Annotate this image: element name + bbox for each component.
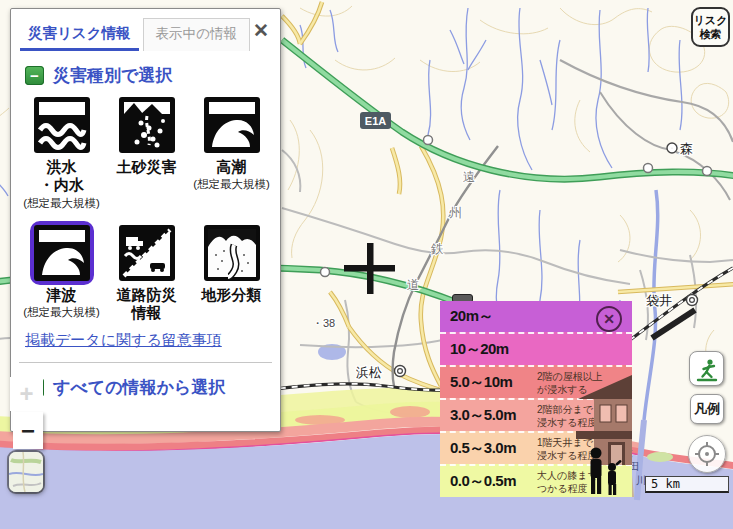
disaster-type-label: 土砂災害 [117,158,177,176]
railway-char: 鉄 [431,242,444,256]
disaster-type-label: 洪水 ・内水 [39,158,84,195]
disaster-type-note: (想定最大規模) [23,305,100,320]
zoom-in-button[interactable]: + [10,377,43,411]
minimap-thumbnail [9,452,43,492]
collapse-minus-icon[interactable]: − [25,66,44,85]
disaster-type-tsunami[interactable]: 津波 (想定最大規模) [19,221,104,324]
town-label-fukuroi: 袋井 [646,293,672,308]
storm-surge-icon [200,93,264,157]
city-label-hamamatsu: 浜松 [356,365,382,380]
runner-icon [693,355,721,383]
legend-desc: 大人の膝まで つかる程度 [537,469,598,495]
locate-icon [693,440,721,468]
disaster-type-label: 道路防災 情報 [117,286,177,323]
disaster-type-road-hazard[interactable]: 道路防災 情報 [104,221,189,324]
landslide-icon [115,93,179,157]
disaster-type-label: 津波 [47,286,77,304]
disaster-type-storm-surge[interactable]: 高潮 (想定最大規模) [189,93,274,211]
legend-range: 10～20m [450,340,537,359]
legend-row: 5.0～10m 2階の屋根以上 が浸水する [440,365,632,398]
legend-row: 10～20m [440,332,632,365]
disaster-section-header: − 災害種別で選択 [25,64,280,87]
legend-range: 5.0～10m [450,373,537,392]
legend-desc: 2階の屋根以上 が浸水する [537,370,603,396]
expressway-badge-label: E1A [365,115,386,127]
disaster-type-label: 高潮 [217,158,247,176]
current-location-button[interactable] [688,435,726,473]
town-label-mori: 森 [680,141,693,156]
tab-displayed-info[interactable]: 表示中の情報 [143,18,250,51]
disaster-type-landform[interactable]: 地形分類 [189,221,274,324]
railway-char: 州 [449,206,462,220]
legend-range: 0.0～0.5m [450,472,537,491]
tsunami-depth-legend: 20m～ ✕ 10～20m 5.0～10m 2階の屋根以上 が浸水する 3.0～… [440,301,632,497]
legend-row: 0.5～3.0m 1階天井まで 浸水する程度 [440,431,632,464]
panel-divider [19,362,272,363]
disaster-type-grid: 洪水 ・内水 (想定最大規模) 土砂災害 [11,93,280,323]
panel-close-icon[interactable]: ✕ [253,21,269,40]
legend-desc: 2階部分まで 浸水する程度 [537,403,597,429]
overview-minimap-button[interactable] [9,452,43,492]
disaster-section-title: 災害種別で選択 [53,64,172,87]
disaster-type-note: (想定最大規模) [23,196,100,211]
legend-desc: 1階天井まで 浸水する程度 [537,436,597,462]
town-symbol-dot [670,146,673,149]
disaster-type-label: 地形分類 [202,286,262,304]
zoom-out-button[interactable]: − [13,412,43,449]
disaster-risk-panel: 災害リスク情報 表示中の情報 ✕ − 災害種別で選択 洪水 ・内水 (想定最大規… [10,8,281,432]
tsunami-evacuation-button[interactable] [689,351,724,386]
legend-range: 0.5～3.0m [450,439,537,458]
expressway-badge: E1A [360,112,391,129]
panel-tabbar: 災害リスク情報 表示中の情報 ✕ [11,9,280,51]
road-hazard-icon [115,221,179,285]
all-info-section-header: ＋ すべての情報から選択 [25,376,280,399]
legend-toggle-button[interactable]: 凡例 [690,394,724,424]
risk-search-button[interactable]: リスク 検索 [691,7,730,47]
legend-row: 3.0～5.0m 2階部分まで 浸水する程度 [440,398,632,431]
legend-row: 20m～ ✕ [440,301,632,332]
legend-range: 20m～ [450,307,537,326]
scale-label: 5 km [651,477,680,491]
legend-close-icon[interactable]: ✕ [596,306,622,332]
landform-icon [200,221,264,285]
legend-range: 3.0～5.0m [450,406,537,425]
spot-elevation-label: ・38 [312,317,335,329]
disaster-type-landslide[interactable]: 土砂災害 [104,93,189,211]
flood-icon [30,93,94,157]
city-symbol [687,295,698,306]
all-info-section-title: すべての情報から選択 [53,376,225,399]
map-scale-bar: 5 km [645,476,729,493]
railway-char: 道 [407,278,420,292]
disaster-type-note: (想定最大規模) [193,177,270,192]
tsunami-icon [30,221,94,285]
data-notice-link[interactable]: 掲載データに関する留意事項 [25,331,222,350]
railway-char: 遠 [463,170,476,184]
legend-row: 0.0～0.5m 大人の膝まで つかる程度 [440,464,632,497]
vegetation [647,452,673,462]
tab-disaster-risk-info[interactable]: 災害リスク情報 [20,19,139,51]
city-symbol [395,366,406,377]
disaster-type-flood[interactable]: 洪水 ・内水 (想定最大規模) [19,93,104,211]
hazard-map-app: E1A 森 袋井 浜松 ・38 遠 州 鉄 道 太 田 川 [0,0,733,529]
